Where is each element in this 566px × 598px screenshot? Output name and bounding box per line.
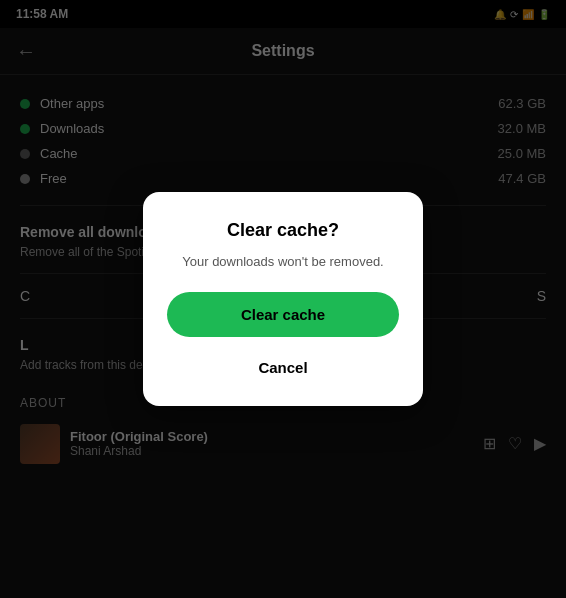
- phone-frame: 11:58 AM 🔔 ⟳ 📶 🔋 ← Settings Other apps 6…: [0, 0, 566, 598]
- clear-cache-dialog: Clear cache? Your downloads won't be rem…: [143, 192, 423, 405]
- modal-overlay: Clear cache? Your downloads won't be rem…: [0, 0, 566, 598]
- dialog-title: Clear cache?: [227, 220, 339, 241]
- cancel-button[interactable]: Cancel: [248, 349, 317, 386]
- clear-cache-button[interactable]: Clear cache: [167, 292, 399, 337]
- dialog-description: Your downloads won't be removed.: [182, 253, 383, 271]
